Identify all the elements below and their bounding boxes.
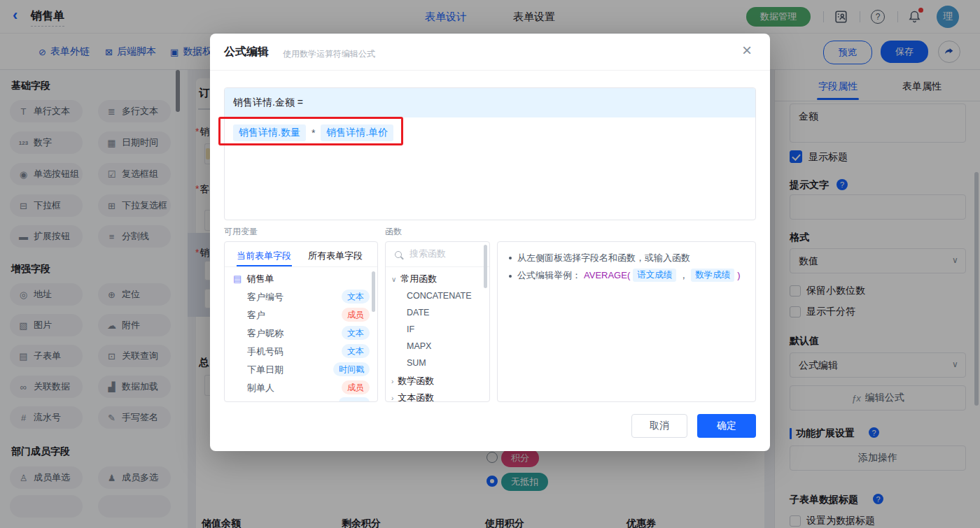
badge-member: 成员 (342, 308, 370, 322)
group-label: 数学函数 (398, 376, 434, 386)
functions-panel: ∨常用函数 CONCATENATE DATE IF MAPX SUM ›数学函数… (385, 241, 490, 402)
chevron-right-icon: › (391, 378, 393, 385)
form-doc-icon: ▤ (233, 273, 241, 284)
variable-customer[interactable]: 客户 (247, 309, 265, 322)
divider (210, 70, 770, 71)
function-group-text[interactable]: ›文本函数 (391, 392, 434, 402)
function-search-input[interactable] (408, 248, 484, 259)
formula-tips-panel: 从左侧面板选择字段名和函数，或输入函数 公式编辑举例：AVERAGE( 语文成绩… (497, 241, 756, 402)
badge-partial (339, 397, 370, 402)
variable-customer-nickname[interactable]: 客户昵称 (247, 327, 284, 340)
variables-panel-label: 可用变量 (224, 226, 258, 238)
tip-line-1: 从左侧面板选择字段名和函数，或输入函数 (517, 252, 690, 264)
function-group-math[interactable]: ›数学函数 (391, 375, 434, 387)
variable-customer-id[interactable]: 客户编号 (247, 291, 284, 304)
chevron-down-icon: ∨ (391, 276, 396, 283)
tab-all-form-fields[interactable]: 所有表单字段 (308, 250, 363, 262)
variable-phone-number[interactable]: 手机号码 (247, 345, 284, 358)
search-icon (395, 251, 402, 258)
function-sum[interactable]: SUM (407, 358, 426, 368)
cancel-button[interactable]: 取消 (631, 414, 687, 438)
function-date[interactable]: DATE (407, 308, 429, 317)
variables-scrollbar[interactable] (372, 271, 375, 312)
badge-timestamp: 时间戳 (333, 362, 370, 376)
group-label: 常用函数 (400, 273, 437, 284)
function-group-common[interactable]: ∨常用函数 (391, 273, 437, 285)
function-mapx[interactable]: MAPX (407, 341, 431, 351)
variable-order-date[interactable]: 下单日期 (247, 364, 284, 376)
variable-order-maker[interactable]: 制单人 (247, 382, 274, 394)
divider (386, 266, 489, 267)
tip-example-function: AVERAGE( (584, 270, 630, 280)
badge-member: 成员 (342, 380, 370, 394)
tip-example-close-paren: ) (737, 270, 740, 280)
tip-example-arg1-chip: 语文成绩 (633, 269, 676, 282)
dialog-subtitle: 使用数学运算符编辑公式 (283, 48, 375, 60)
badge-text: 文本 (342, 344, 370, 358)
badge-text: 文本 (342, 290, 370, 304)
tip-example-comma: ， (679, 269, 688, 282)
bullet-dot (509, 275, 512, 278)
functions-panel-label: 函数 (385, 226, 402, 238)
bullet-dot (509, 257, 512, 259)
tip-example-prefix: 公式编辑举例： (517, 269, 581, 282)
function-concatenate[interactable]: CONCATENATE (407, 291, 472, 301)
dialog-title: 公式编辑 (224, 45, 269, 59)
tree-root-label: 销售单 (246, 273, 274, 284)
divider (225, 266, 377, 267)
functions-scrollbar[interactable] (484, 245, 487, 288)
formula-editor[interactable]: 销售详情.金额 = 销售详情.数量 * 销售详情.单价 (224, 87, 756, 220)
annotation-highlight-box (218, 117, 403, 145)
tip-example-arg2-chip: 数学成绩 (691, 269, 734, 282)
tree-node-sales-order[interactable]: ▤销售单 (233, 273, 274, 285)
badge-text: 文本 (342, 326, 370, 340)
confirm-button[interactable]: 确定 (697, 414, 756, 438)
formula-target: 销售详情.金额 = (225, 88, 755, 117)
tip-line-2: 公式编辑举例：AVERAGE( 语文成绩， 数学成绩) (517, 269, 741, 282)
function-if[interactable]: IF (407, 324, 414, 334)
group-label: 文本函数 (398, 392, 434, 402)
close-icon[interactable]: × (742, 42, 752, 59)
app-window: ‹ 销售单 表单设计 表单设置 数据管理 ? 理 ⊘ (0, 0, 980, 528)
tab-current-form-fields[interactable]: 当前表单字段 (237, 250, 291, 262)
variables-panel: 当前表单字段 所有表单字段 ▤销售单 客户编号 文本 客户 成员 客户昵称 文本… (224, 241, 378, 402)
formula-edit-dialog: 公式编辑 使用数学运算符编辑公式 × 销售详情.金额 = 销售详情.数量 * 销… (210, 34, 770, 451)
chevron-right-icon: › (391, 394, 393, 402)
